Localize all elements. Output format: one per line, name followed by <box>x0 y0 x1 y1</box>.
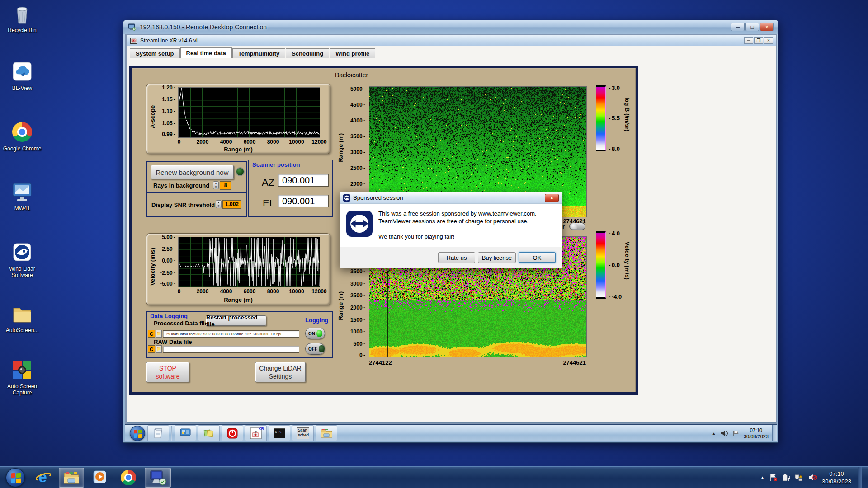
desktop-icon-wind-lidar[interactable]: Wind Lidar Software <box>3 242 42 278</box>
y-tick: -2.50 <box>158 270 175 276</box>
taskbar-button-display-settings[interactable] <box>175 425 196 441</box>
x-tick: 0 <box>168 139 190 145</box>
rays-value-field[interactable]: 8 <box>220 181 231 190</box>
y-tick: 2500 <box>348 292 365 299</box>
desktop-icon-autoscreen-folder[interactable]: AutoScreen... <box>3 304 42 333</box>
taskbar-button-notepad[interactable] <box>147 425 169 441</box>
ok-button[interactable]: OK <box>519 252 556 263</box>
y-tick: 2000 <box>348 305 365 311</box>
velocity-plot <box>178 237 320 287</box>
dialog-close-button[interactable]: × <box>545 194 559 202</box>
az-label: AZ <box>262 177 274 188</box>
backscatter-colorbar <box>596 85 606 151</box>
stop-software-button[interactable]: STOP software <box>146 362 189 382</box>
y-tick: 3500 <box>348 133 365 140</box>
remote-show-desktop-button[interactable] <box>772 425 777 441</box>
host-show-desktop-button[interactable] <box>858 467 862 488</box>
ascope-ylabel: A-scope <box>149 97 156 128</box>
remote-action-center-flag-icon[interactable] <box>732 430 740 437</box>
app-close-button[interactable]: × <box>764 37 773 44</box>
app-titlebar[interactable]: StreamLine XR v14-6.vi ─ ❐ × <box>127 35 776 46</box>
renew-background-button[interactable]: Renew background now <box>151 165 234 179</box>
map-mode-toggle[interactable] <box>569 223 585 230</box>
remote-tray-expand-icon[interactable]: ▲ <box>712 431 716 436</box>
remote-system-tray: ▲ 07:10 30/08/2023 <box>712 425 769 441</box>
data-logging-group: Data Logging Processed Data file Restart… <box>146 311 333 358</box>
host-taskbar-chrome[interactable] <box>117 468 140 488</box>
toggle-knob <box>571 224 578 229</box>
taskbar-button-explorer-folder[interactable] <box>316 425 337 441</box>
el-value-field[interactable]: 090.001 <box>278 195 329 207</box>
processed-path-field[interactable]: C:\Lidar\Data\Proc\2023\202308\20230830\… <box>163 330 299 338</box>
app-minimize-button[interactable]: ─ <box>744 37 753 44</box>
remote-start-button[interactable] <box>128 424 146 441</box>
y-tick: 1.05 <box>158 120 175 127</box>
taskbar-button-scan-scheduler[interactable]: Scan sched <box>292 425 314 441</box>
restart-processed-file-button[interactable]: Restart processed file <box>206 315 266 326</box>
host-taskbar-remote-desktop[interactable] <box>145 468 171 488</box>
host-action-center-flag-icon[interactable] <box>769 474 778 481</box>
settings-line1: Change LiDAR <box>259 364 301 372</box>
rdp-maximize-button[interactable]: □ <box>745 23 759 31</box>
raw-drive-box[interactable]: C <box>148 345 155 353</box>
taskbar-button-power[interactable] <box>222 425 243 441</box>
desktop-icon-google-chrome[interactable]: Google Chrome <box>3 121 42 152</box>
desktop-icon-auto-screen-capture[interactable]: Auto Screen Capture <box>3 360 42 396</box>
processed-browse-button[interactable]: 📁 <box>156 330 162 338</box>
scanner-position-group: Scanner position AZ 090.001 EL 090.001 <box>248 160 333 217</box>
host-taskbar: e ▲ ! 07:10 30/08/2023 <box>0 466 868 488</box>
host-power-plug-icon[interactable] <box>782 474 790 481</box>
display-settings-icon <box>179 428 191 439</box>
buy-license-button[interactable]: Buy license <box>478 252 516 263</box>
host-speaker-muted-icon[interactable] <box>808 474 817 481</box>
x-tick: 2000 <box>192 288 213 295</box>
host-taskbar-media-player[interactable] <box>89 468 112 488</box>
y-tick: 1.10 <box>158 108 175 114</box>
desktop-icon-bl-view[interactable]: BL-View <box>3 61 42 91</box>
taskbar-button-sticky-notes[interactable] <box>198 425 220 441</box>
taskbar-button-streamline-xr[interactable]: XR <box>245 425 267 441</box>
rays-spinner[interactable]: ▲▼ <box>213 181 219 189</box>
app-restore-button[interactable]: ❐ <box>754 37 763 44</box>
rdp-titlebar[interactable]: 192.168.0.150 - Remote Desktop Connectio… <box>123 20 778 34</box>
rate-us-button[interactable]: Rate us <box>438 252 475 263</box>
tab-wind-profile[interactable]: Wind profile <box>330 48 375 58</box>
ascope-plot <box>178 87 320 138</box>
desktop-icon-label: Recycle Bin <box>3 27 42 33</box>
rdp-minimize-button[interactable]: ─ <box>731 23 745 31</box>
processed-drive-box[interactable]: C <box>148 330 155 338</box>
snr-value-field[interactable]: 1.002 <box>222 200 241 209</box>
host-start-button[interactable] <box>4 468 27 488</box>
host-network-icon[interactable]: ! <box>795 474 804 481</box>
host-clock[interactable]: 07:10 30/08/2023 <box>822 470 851 485</box>
logging-label: Logging <box>305 317 328 324</box>
tab-scheduling[interactable]: Scheduling <box>286 48 329 58</box>
y-tick: 4000 <box>348 117 365 124</box>
tab-temp-humidity[interactable]: Temp/humidity <box>232 48 285 58</box>
raw-path-field[interactable] <box>163 346 299 353</box>
change-lidar-settings-button[interactable]: Change LiDAR Settings <box>255 362 306 382</box>
sticky-notes-icon <box>203 428 215 439</box>
processed-logging-toggle[interactable]: ON <box>305 328 325 339</box>
snr-spinner[interactable]: ▲▼ <box>216 200 222 208</box>
desktop-icon-mw41[interactable]: MW41 <box>3 182 42 211</box>
x-tick: 6000 <box>239 288 260 295</box>
dialog-line2: TeamViewer sessions are free of charge f… <box>378 217 557 225</box>
taskbar-button-command-prompt[interactable]: C:\_ <box>269 425 290 441</box>
az-value-field[interactable]: 090.001 <box>278 174 329 187</box>
host-taskbar-internet-explorer[interactable]: e <box>32 468 55 488</box>
rdp-close-button[interactable]: × <box>760 23 774 31</box>
data-logging-title: Data Logging <box>150 313 188 319</box>
teamviewer-icon <box>343 194 350 202</box>
remote-clock[interactable]: 07:10 30/08/2023 <box>744 427 769 440</box>
raw-logging-toggle[interactable]: OFF <box>305 343 325 355</box>
host-tray-expand-icon[interactable]: ▲ <box>760 475 765 480</box>
raw-browse-button[interactable]: 📁 <box>156 345 162 353</box>
desktop-icon-recycle-bin[interactable]: Recycle Bin <box>3 4 42 33</box>
remote-speaker-icon[interactable] <box>720 430 728 436</box>
remote-desktop-icon <box>149 470 167 485</box>
tab-system-setup[interactable]: System setup <box>130 48 180 58</box>
host-taskbar-windows-explorer[interactable] <box>59 468 84 488</box>
dialog-titlebar[interactable]: Sponsored session × <box>340 192 562 204</box>
tab-real-time-data[interactable]: Real time data <box>180 47 232 58</box>
